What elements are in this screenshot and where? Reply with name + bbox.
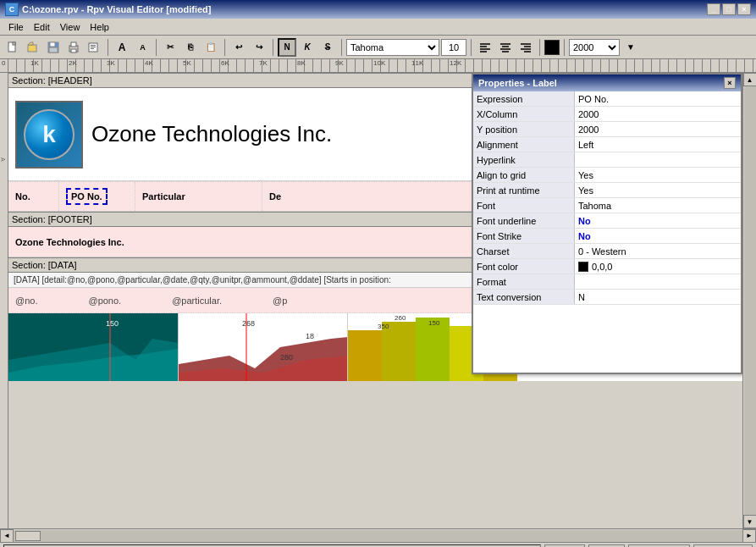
prop-align-to-grid[interactable]: Align to grid Yes — [473, 168, 741, 183]
prop-font[interactable]: Font Tahoma — [473, 198, 741, 213]
save-button[interactable] — [44, 38, 63, 57]
text-button[interactable]: A — [113, 38, 131, 57]
prop-expression[interactable]: Expression PO No. — [473, 91, 741, 107]
title-bar-buttons[interactable]: _ □ × — [707, 3, 751, 15]
text-small-button[interactable]: A — [133, 38, 152, 57]
font-select[interactable]: Tahoma — [346, 39, 439, 56]
prop-align-to-grid-label: Align to grid — [473, 168, 575, 182]
open-button[interactable] — [24, 38, 42, 57]
preview-button[interactable] — [85, 38, 103, 57]
menu-edit[interactable]: Edit — [29, 20, 55, 34]
properties-close-button[interactable]: × — [724, 77, 736, 89]
svg-rect-13 — [91, 48, 94, 49]
properties-panel: Properties - Label × Expression PO No. X… — [472, 73, 742, 374]
svg-rect-12 — [91, 47, 96, 47]
prop-charset[interactable]: Charset 0 - Western — [473, 244, 741, 259]
prop-font-underline-label: Font underline — [473, 213, 575, 228]
toolbar: A A ✂ ⎘ 📋 ↩ ↪ N K S Tahoma 2000 ▼ — [0, 36, 756, 59]
prop-charset-value: 0 - Western — [575, 244, 741, 258]
prop-text-conversion-value: N — [575, 290, 741, 304]
logo-box: k — [15, 101, 83, 169]
h-scroll-right-button[interactable]: ► — [742, 529, 756, 543]
prop-alignment-label: Alignment — [473, 137, 575, 152]
svg-text:350: 350 — [378, 323, 389, 330]
separator-2 — [156, 39, 157, 56]
prop-font-strike[interactable]: Font Strike No — [473, 229, 741, 244]
po-no-cell: PO No. — [66, 188, 108, 205]
separator-6 — [471, 39, 472, 56]
align-right-button[interactable] — [516, 38, 535, 57]
prop-yposition[interactable]: Y position 2000 — [473, 122, 741, 137]
prop-font-underline[interactable]: Font underline No — [473, 213, 741, 229]
svg-rect-6 — [49, 47, 58, 52]
width-select[interactable]: 2000 — [569, 39, 620, 56]
prop-xcolumn[interactable]: X/Column 2000 — [473, 107, 741, 122]
canvas-wrapper: Section: [HEADER] k Ozone Technologies I… — [8, 73, 742, 528]
h-scroll-thumb[interactable] — [15, 531, 41, 541]
redo-button[interactable]: ↪ — [250, 38, 268, 57]
italic-button[interactable]: K — [298, 38, 317, 57]
svg-rect-39 — [348, 330, 382, 381]
date-display: 07/02/2008 — [628, 544, 690, 548]
properties-title: Properties - Label × — [473, 75, 741, 91]
field-p: @p — [273, 296, 287, 306]
svg-text:150: 150 — [428, 319, 440, 327]
svg-text:268: 268 — [242, 319, 255, 328]
paste-button[interactable]: 📋 — [201, 38, 220, 57]
menu-help[interactable]: Help — [85, 20, 114, 34]
svg-rect-41 — [416, 318, 450, 381]
scroll-down-button[interactable]: ▼ — [743, 515, 757, 528]
close-button[interactable]: × — [737, 3, 751, 15]
col-particular-header: Particular — [135, 182, 262, 211]
color-swatch — [578, 262, 588, 272]
prop-font-label: Font — [473, 198, 575, 213]
prop-expression-value: PO No. — [575, 91, 741, 106]
prop-hyperlink-value — [575, 152, 741, 167]
prop-expression-label: Expression — [473, 91, 575, 106]
h-scroll-track[interactable] — [14, 530, 742, 542]
scroll-up-button[interactable]: ▲ — [743, 73, 757, 86]
footer-company-name: Ozone Technologies Inc. — [15, 237, 124, 247]
prop-font-color-value: 0,0,0 — [575, 259, 741, 274]
separator-5 — [341, 39, 342, 56]
separator-8 — [564, 39, 565, 56]
svg-text:18: 18 — [306, 332, 314, 340]
svg-text:260: 260 — [395, 314, 406, 322]
prop-print-at-runtime-label: Print at runtime — [473, 183, 575, 197]
h-scroll-left-button[interactable]: ◄ — [0, 529, 14, 543]
prop-font-strike-label: Font Strike — [473, 229, 575, 243]
scroll-track[interactable] — [744, 86, 756, 515]
font-size-input[interactable] — [441, 39, 466, 56]
col-po-header[interactable]: PO No. — [59, 182, 135, 211]
color-picker[interactable] — [544, 40, 560, 55]
prop-xcolumn-value: 2000 — [575, 107, 741, 121]
new-button[interactable] — [3, 38, 22, 57]
cut-button[interactable]: ✂ — [161, 38, 179, 57]
separator-7 — [539, 39, 540, 56]
prop-print-at-runtime[interactable]: Print at runtime Yes — [473, 183, 741, 198]
field-no: @no. — [15, 296, 37, 306]
print-button[interactable] — [64, 38, 83, 57]
align-left-button[interactable] — [476, 38, 494, 57]
menu-view[interactable]: View — [55, 20, 86, 34]
logo-globe: k — [24, 109, 74, 160]
minimize-button[interactable]: _ — [707, 3, 720, 15]
undo-button[interactable]: ↩ — [229, 38, 248, 57]
bold-button[interactable]: N — [278, 38, 296, 57]
maximize-button[interactable]: □ — [722, 3, 736, 15]
prop-text-conversion[interactable]: Text conversion N — [473, 290, 741, 305]
strike-button[interactable]: S — [318, 38, 337, 57]
prop-alignment-value: Left — [575, 137, 741, 152]
prop-alignment[interactable]: Alignment Left — [473, 137, 741, 152]
menu-file[interactable]: File — [3, 20, 29, 34]
width-dropdown-button[interactable]: ▼ — [621, 38, 640, 57]
horizontal-scrollbar: ◄ ► — [0, 528, 756, 542]
prop-format[interactable]: Format — [473, 274, 741, 290]
prop-format-value — [575, 274, 741, 289]
align-center-button[interactable] — [496, 38, 515, 57]
prop-hyperlink[interactable]: Hyperlink — [473, 152, 741, 168]
prop-font-color[interactable]: Font color 0,0,0 — [473, 259, 741, 274]
chart-1: 150 — [8, 313, 178, 381]
prop-yposition-label: Y position — [473, 122, 575, 136]
copy-button[interactable]: ⎘ — [181, 38, 200, 57]
